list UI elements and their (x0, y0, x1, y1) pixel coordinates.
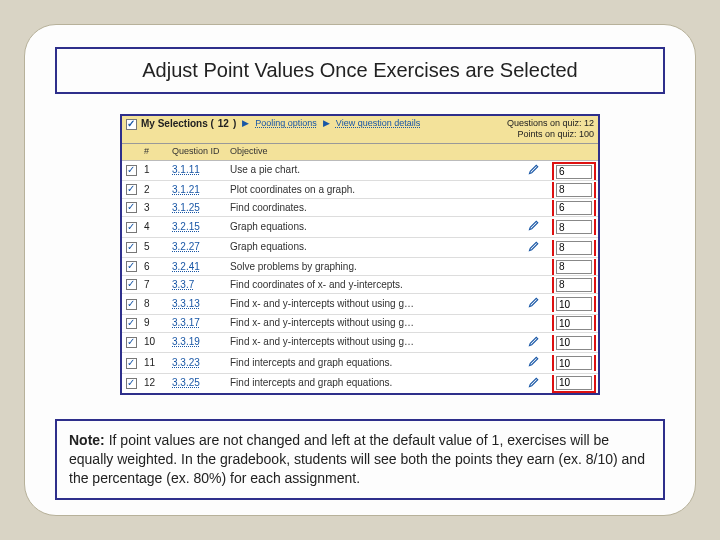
row-checkbox[interactable] (126, 242, 137, 253)
points-input[interactable] (556, 316, 592, 330)
objective-text: Find x- and y-intercepts without using g… (230, 336, 528, 349)
row-checkbox[interactable] (126, 261, 137, 272)
question-id-link[interactable]: 3.3.7 (172, 279, 230, 292)
table-row: 63.2.41Solve problems by graphing. (122, 258, 598, 276)
question-id-link[interactable]: 3.2.27 (172, 241, 230, 254)
row-number: 7 (144, 279, 172, 292)
question-id-link[interactable]: 3.2.41 (172, 261, 230, 274)
row-number: 6 (144, 261, 172, 274)
row-checkbox[interactable] (126, 337, 137, 348)
row-checkbox[interactable] (126, 184, 137, 195)
row-number: 1 (144, 164, 172, 177)
row-number: 9 (144, 317, 172, 330)
row-number: 10 (144, 336, 172, 349)
slide-title: Adjust Point Values Once Exercises are S… (55, 47, 665, 94)
table-row: 73.3.7Find coordinates of x- and y-inter… (122, 276, 598, 294)
table-row: 83.3.13Find x- and y-intercepts without … (122, 294, 598, 315)
note-label: Note: (69, 432, 105, 448)
row-checkbox[interactable] (126, 222, 137, 233)
edit-pencil-icon[interactable] (528, 240, 552, 256)
quiz-stats: Questions on quiz: 12 Points on quiz: 10… (507, 118, 594, 141)
edit-pencil-icon[interactable] (528, 376, 552, 392)
objective-text: Plot coordinates on a graph. (230, 184, 528, 197)
objective-text: Find intercepts and graph equations. (230, 357, 528, 370)
points-input[interactable] (556, 356, 592, 370)
col-number: # (144, 146, 172, 157)
question-id-link[interactable]: 3.1.11 (172, 164, 230, 177)
row-checkbox[interactable] (126, 202, 137, 213)
col-objective: Objective (230, 146, 552, 157)
table-row: 93.3.17Find x- and y-intercepts without … (122, 315, 598, 333)
row-number: 4 (144, 221, 172, 234)
question-id-link[interactable]: 3.1.25 (172, 202, 230, 215)
slide-card: Adjust Point Values Once Exercises are S… (24, 24, 696, 516)
row-number: 11 (144, 357, 172, 370)
points-input[interactable] (556, 220, 592, 234)
row-checkbox[interactable] (126, 279, 137, 290)
row-checkbox[interactable] (126, 318, 137, 329)
select-all-checkbox[interactable] (126, 119, 137, 130)
pooling-options-link[interactable]: Pooling options (255, 118, 317, 129)
table-row: 43.2.15Graph equations. (122, 217, 598, 238)
row-checkbox[interactable] (126, 358, 137, 369)
row-checkbox[interactable] (126, 378, 137, 389)
row-number: 5 (144, 241, 172, 254)
grid-rows: 13.1.11Use a pie chart.23.1.21Plot coord… (122, 161, 598, 394)
row-number: 3 (144, 202, 172, 215)
note-box: Note: If point values are not changed an… (55, 419, 665, 500)
col-question-id: Question ID (172, 146, 230, 157)
view-question-details-link[interactable]: View question details (336, 118, 420, 129)
objective-text: Use a pie chart. (230, 164, 528, 177)
table-row: 123.3.25Find intercepts and graph equati… (122, 374, 598, 394)
objective-text: Find x- and y-intercepts without using g… (230, 298, 528, 311)
column-headers: # Question ID Objective (122, 144, 598, 161)
objective-text: Solve problems by graphing. (230, 261, 528, 274)
triangle-icon: ▶ (323, 118, 330, 129)
question-id-link[interactable]: 3.3.25 (172, 377, 230, 390)
points-input[interactable] (556, 278, 592, 292)
question-id-link[interactable]: 3.3.23 (172, 357, 230, 370)
objective-text: Find coordinates of x- and y-intercepts. (230, 279, 528, 292)
question-id-link[interactable]: 3.3.13 (172, 298, 230, 311)
selections-grid: My Selections (12) ▶ Pooling options ▶ V… (120, 114, 600, 395)
question-id-link[interactable]: 3.2.15 (172, 221, 230, 234)
points-input[interactable] (556, 260, 592, 274)
points-input[interactable] (556, 201, 592, 215)
row-number: 8 (144, 298, 172, 311)
table-row: 33.1.25Find coordinates. (122, 199, 598, 217)
objective-text: Find intercepts and graph equations. (230, 377, 528, 390)
row-number: 2 (144, 184, 172, 197)
edit-pencil-icon[interactable] (528, 219, 552, 235)
edit-pencil-icon[interactable] (528, 355, 552, 371)
question-id-link[interactable]: 3.1.21 (172, 184, 230, 197)
triangle-icon: ▶ (242, 118, 249, 129)
table-row: 113.3.23Find intercepts and graph equati… (122, 353, 598, 374)
points-input[interactable] (556, 297, 592, 311)
note-body: If point values are not changed and left… (69, 432, 645, 486)
question-id-link[interactable]: 3.3.17 (172, 317, 230, 330)
objective-text: Graph equations. (230, 221, 528, 234)
selections-count-label: My Selections (12) (126, 118, 236, 131)
table-row: 13.1.11Use a pie chart. (122, 161, 598, 182)
row-checkbox[interactable] (126, 299, 137, 310)
table-row: 103.3.19Find x- and y-intercepts without… (122, 333, 598, 354)
points-input[interactable] (556, 183, 592, 197)
objective-text: Find x- and y-intercepts without using g… (230, 317, 528, 330)
edit-pencil-icon[interactable] (528, 296, 552, 312)
points-input[interactable] (556, 241, 592, 255)
grid-toolbar: My Selections (12) ▶ Pooling options ▶ V… (122, 116, 598, 144)
question-id-link[interactable]: 3.3.19 (172, 336, 230, 349)
table-row: 23.1.21Plot coordinates on a graph. (122, 181, 598, 199)
edit-pencil-icon[interactable] (528, 335, 552, 351)
edit-pencil-icon[interactable] (528, 163, 552, 179)
row-number: 12 (144, 377, 172, 390)
points-input[interactable] (556, 336, 592, 350)
objective-text: Find coordinates. (230, 202, 528, 215)
points-input[interactable] (556, 376, 592, 390)
points-input[interactable] (556, 165, 592, 179)
row-checkbox[interactable] (126, 165, 137, 176)
table-row: 53.2.27Graph equations. (122, 238, 598, 259)
objective-text: Graph equations. (230, 241, 528, 254)
